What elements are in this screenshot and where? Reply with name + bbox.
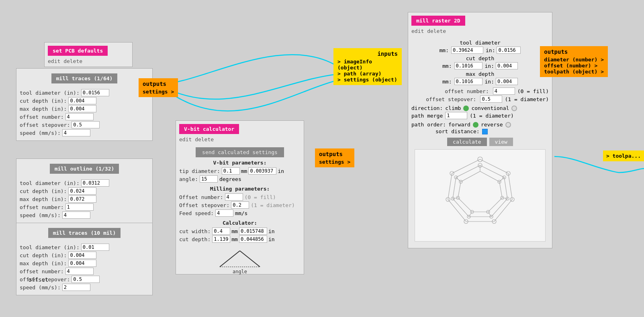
vb-offset-num-label: Offset number: [179, 194, 223, 200]
path-merge-label: path merge [411, 113, 443, 119]
raster-td-in-input[interactable] [497, 47, 521, 54]
milling-params-section: Milling parameters: [179, 186, 301, 192]
set-pcb-defaults-node: set PCB defaults edit delete [44, 42, 133, 67]
cut-depth-in-input[interactable] [239, 236, 267, 243]
right-outputs-label: outputs [544, 49, 604, 55]
right-outputs-toolpath[interactable]: toolpath (object) > [544, 69, 604, 75]
vb-offset-fill: (0 = fill) [245, 194, 276, 200]
mill-traces-164-title: mill traces (1/64) [51, 73, 118, 83]
raster-cd-mm-input[interactable] [454, 62, 482, 69]
cd-input[interactable] [68, 97, 96, 104]
vb-offset-num-input[interactable] [225, 193, 243, 201]
path-merge-input[interactable] [445, 112, 467, 119]
tip-diam-label: tip diameter: [179, 168, 220, 174]
vbit-calculator-node: V-bit calculator edit delete send calcul… [176, 120, 304, 274]
tip-in-input[interactable] [248, 167, 276, 175]
feed-speed-input[interactable] [215, 209, 233, 217]
mt-td-input[interactable] [81, 244, 109, 251]
cut-depth-input[interactable] [212, 236, 230, 243]
svg-line-26 [453, 198, 458, 199]
feed-speed-label: Feed speed: [179, 210, 214, 216]
raster-cd-in-label: in: [485, 63, 494, 69]
raster-os-input[interactable] [480, 96, 502, 103]
calculate-button[interactable]: calculate [447, 138, 487, 146]
mo-cd-input[interactable] [68, 187, 96, 195]
raster-md-mm-label: mm: [442, 79, 452, 85]
raster-td-mm-input[interactable] [451, 47, 483, 54]
svg-line-25 [456, 177, 461, 182]
path-order-label: path order: [411, 122, 446, 128]
md-input[interactable] [68, 105, 96, 112]
mt-md-input[interactable] [68, 260, 96, 267]
raster-td-in-label: in: [486, 47, 495, 53]
inputs-item-2: > path (array) [337, 71, 398, 77]
angle-diagram-label: angle [179, 269, 301, 274]
right-outputs-diameter[interactable]: diameter (number) > [544, 57, 604, 63]
sort-distance-checkbox[interactable] [482, 129, 488, 134]
direction-conventional: conventional [471, 105, 509, 111]
outputs-item-2-settings[interactable]: settings > [319, 159, 350, 165]
raster-on-input[interactable] [493, 87, 515, 95]
right-outputs-offset[interactable]: offset (number) > [544, 63, 604, 69]
mo-td-input[interactable] [81, 179, 109, 187]
td-input[interactable] [81, 89, 109, 96]
mill-outline-132-title: mill outline (1/32) [50, 164, 119, 174]
cw-in: in [268, 228, 275, 234]
raster-cd-mm-label: mm: [442, 63, 452, 69]
os-input[interactable] [72, 121, 100, 128]
cut-depth-label: cut depth: [179, 236, 211, 242]
path-order-reverse-radio[interactable] [505, 122, 511, 128]
svg-line-24 [499, 177, 504, 182]
raster-on-label: offset number: [411, 88, 489, 94]
angle-input[interactable] [200, 175, 218, 183]
outputs-label-1: outputs [143, 81, 174, 87]
on-label: offset number: [20, 114, 64, 120]
raster-md-in-input[interactable] [496, 78, 518, 85]
mt-os-input[interactable] [72, 276, 100, 283]
cut-width-in-input[interactable] [239, 228, 267, 235]
on-row: offset number: [20, 113, 149, 120]
mt-sp-input[interactable] [62, 284, 90, 291]
tip-diam-input[interactable] [222, 167, 240, 175]
raster-td-title: tool diameter [411, 40, 549, 46]
direction-climb: climb [445, 105, 461, 111]
on-input[interactable] [65, 113, 94, 120]
svg-line-27 [502, 198, 507, 199]
tip-mm: mm [241, 168, 247, 174]
view-button[interactable]: view [489, 138, 513, 146]
sp-input[interactable] [62, 129, 90, 136]
inputs-item-1: > imageInfo (object) [337, 59, 398, 71]
raster-edit-delete[interactable]: edit delete [408, 27, 552, 37]
direction-conventional-radio[interactable] [511, 106, 517, 111]
path-order-forward-radio[interactable] [473, 122, 478, 128]
outputs-item-settings[interactable]: settings > [143, 89, 174, 95]
cut-width-input[interactable] [212, 228, 230, 235]
mill-traces-164-node: mill traces (1/64) tool diameter (in): c… [16, 68, 153, 141]
mo-on-input[interactable] [65, 203, 94, 211]
vbit-edit-delete[interactable]: edit delete [176, 136, 304, 145]
vb-offset-step-input[interactable] [231, 201, 249, 209]
direction-climb-radio[interactable] [463, 106, 469, 111]
mo-md-input[interactable] [68, 195, 96, 203]
cd-mm: mm [231, 236, 238, 242]
cd-row: cut depth (in): [20, 97, 149, 104]
outputs-block-2: outputs settings > [315, 148, 354, 167]
raster-md-mm-input[interactable] [454, 78, 482, 85]
path-order-reverse: reverse [481, 122, 503, 128]
mt-on-input[interactable] [65, 268, 94, 275]
mo-sp-input[interactable] [62, 211, 90, 219]
svg-line-1 [240, 251, 260, 267]
td-row: tool diameter (in): [20, 89, 149, 96]
right-outputs-block: outputs diameter (number) > offset (numb… [540, 46, 608, 77]
direction-label: direction: [411, 105, 443, 111]
mt-cd-input[interactable] [68, 252, 96, 259]
send-calculated-settings-button[interactable]: send calculated settings [196, 147, 284, 157]
vbit-title: V-bit calculator [179, 124, 239, 134]
cd-label: cut depth (in): [20, 98, 67, 104]
raster-on-note: (0 = fill) [517, 88, 549, 94]
raster-cd-in-input[interactable] [496, 62, 518, 69]
mill-raster-2d-node: mill raster 2D edit delete tool diameter… [408, 12, 552, 248]
inputs-block: inputs > imageInfo (object) > path (arra… [333, 48, 402, 85]
vbit-params-section: V-bit parameters: [179, 160, 301, 166]
set-pcb-edit-delete[interactable]: edit delete [45, 57, 132, 67]
